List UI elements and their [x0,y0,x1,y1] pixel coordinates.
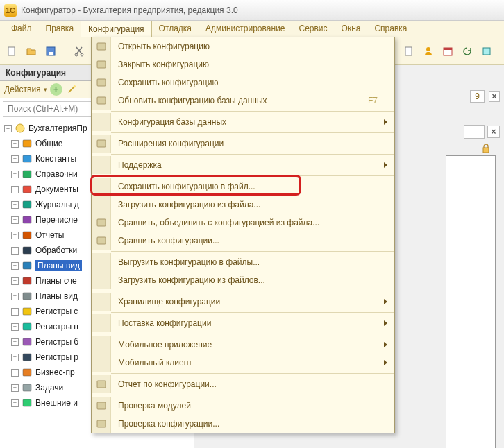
svg-rect-2 [49,52,53,55]
toolbar-save-icon[interactable] [43,44,58,59]
tree-node-icon [22,336,33,347]
toolbar-cut-icon[interactable] [72,44,87,59]
menu-item[interactable]: Поддержка [92,156,394,174]
expand-icon[interactable]: + [11,140,19,148]
menu-item-label: Сохранить конфигурацию [111,78,394,87]
menu-item[interactable]: Сравнить конфигурации... [92,232,394,250]
tree-item-label: Регистры б [35,337,78,347]
expand-icon[interactable]: + [11,384,19,392]
menu-item[interactable]: Сохранить конфигурацию [92,74,394,92]
menu-file[interactable]: Файл [4,21,39,37]
menu-item-icon [92,196,111,214]
window-tab[interactable]: 9 [470,90,485,103]
tree-item-label: Регистры н [35,322,78,331]
expand-icon[interactable]: + [11,232,19,239]
expand-icon[interactable]: + [11,338,19,346]
wand-icon[interactable] [65,83,78,96]
tree-node-icon [22,260,33,271]
menu-item-shortcut: F7 [368,96,394,105]
expand-icon[interactable]: + [11,354,19,361]
menu-admin[interactable]: Администрирование [199,21,292,37]
menu-help[interactable]: Справка [367,21,414,37]
actions-caret-icon[interactable]: ▾ [44,86,47,93]
tree-node-icon [22,275,33,286]
menu-item[interactable]: Поставка конфигурации [92,314,394,332]
menu-item-label: Проверка конфигурации... [111,419,394,429]
expand-icon[interactable]: + [11,277,19,285]
tree-node-icon [22,291,33,302]
menu-item[interactable]: Обновить конфигурацию базы данныхF7 [92,92,394,110]
actions-dropdown[interactable]: Действия [4,85,41,94]
menu-item-label: Загрузить конфигурацию из файлов... [111,275,394,285]
submenu-arrow-icon [384,360,387,365]
menu-item[interactable]: Хранилище конфигурации [92,293,394,311]
expand-icon[interactable]: + [11,293,19,300]
toolbar-calendar-icon[interactable] [440,44,455,59]
menu-item-icon [92,293,111,311]
menu-item-label: Хранилище конфигурации [111,297,394,307]
expand-icon[interactable]: + [11,308,19,316]
tree-node-icon [22,321,33,332]
svg-rect-23 [23,308,31,315]
menu-item[interactable]: Сохранить конфигурацию в файл... [92,178,394,196]
ext-icon [92,135,111,153]
lock-icon [480,143,492,154]
menu-item[interactable]: Открыть конфигурацию [92,37,394,55]
toolbar-book-icon[interactable] [479,44,494,59]
expand-icon[interactable]: + [11,155,19,163]
expand-icon[interactable]: + [11,171,19,178]
expand-icon[interactable]: + [11,247,19,255]
toolbar-open-icon[interactable] [24,44,39,59]
expand-icon[interactable]: + [11,369,19,377]
expand-icon[interactable]: + [11,262,19,270]
tree-node-icon [22,230,33,241]
svg-rect-17 [23,216,31,223]
svg-rect-21 [23,277,31,284]
menu-configuration[interactable]: Конфигурация [81,21,152,37]
menu-item-label: Обновить конфигурацию базы данных [111,96,368,105]
menu-item[interactable]: Загрузить конфигурацию из файлов... [92,271,394,289]
collapse-icon[interactable]: − [4,125,12,132]
menu-item-label: Проверка модулей [111,401,394,411]
expand-icon[interactable]: + [11,186,19,193]
menu-edit[interactable]: Правка [39,21,81,37]
menu-debug[interactable]: Отладка [152,21,199,37]
menu-item-icon [92,354,111,372]
menu-item-label: Конфигурация базы данных [111,117,394,127]
toolbar-new-icon[interactable] [4,44,19,59]
expand-icon[interactable]: + [11,216,19,224]
menu-item[interactable]: Закрыть конфигурацию [92,55,394,74]
menu-windows[interactable]: Окна [335,21,368,37]
close-window-button[interactable]: × [489,91,500,102]
mini-search-close[interactable]: × [487,126,500,138]
svg-rect-34 [97,97,106,104]
menu-item[interactable]: Проверка модулей [92,397,394,415]
menu-item[interactable]: Конфигурация базы данных [92,113,394,131]
add-button-icon[interactable]: + [50,83,62,96]
svg-rect-25 [23,338,31,345]
mini-search-input[interactable] [464,125,485,139]
menu-item[interactable]: Выгрузить конфигурацию в файлы... [92,253,394,271]
tree-item-label: Планы сче [35,276,77,286]
menu-item[interactable]: Сравнить, объединить с конфигурацией из … [92,214,394,232]
menu-item[interactable]: Отчет по конфигурации... [92,375,394,393]
expand-icon[interactable]: + [11,201,19,209]
expand-icon[interactable]: + [11,323,19,331]
menu-item[interactable]: Загрузить конфигурацию из файла... [92,196,394,214]
menu-item[interactable]: Проверка конфигурации... [92,415,394,433]
tree-node-icon [22,306,33,317]
expand-icon[interactable]: + [11,399,19,407]
toolbar-doc-icon[interactable] [401,44,417,59]
toolbar-refresh-icon[interactable] [460,44,475,59]
menu-item[interactable]: Мобильный клиент [92,354,394,372]
menu-item-label: Закрыть конфигурацию [111,60,394,69]
menu-item-icon [92,271,111,289]
menu-service[interactable]: Сервис [292,21,334,37]
toolbar-user-icon[interactable] [421,44,436,59]
tree-item-label: Справочни [35,169,78,179]
empty-subwindow[interactable] [446,155,496,448]
menu-item[interactable]: Расширения конфигурации [92,135,394,153]
menu-item[interactable]: Мобильное приложение [92,336,394,354]
tree-item-label: Перечисле [35,215,78,225]
menu-separator [111,175,394,176]
